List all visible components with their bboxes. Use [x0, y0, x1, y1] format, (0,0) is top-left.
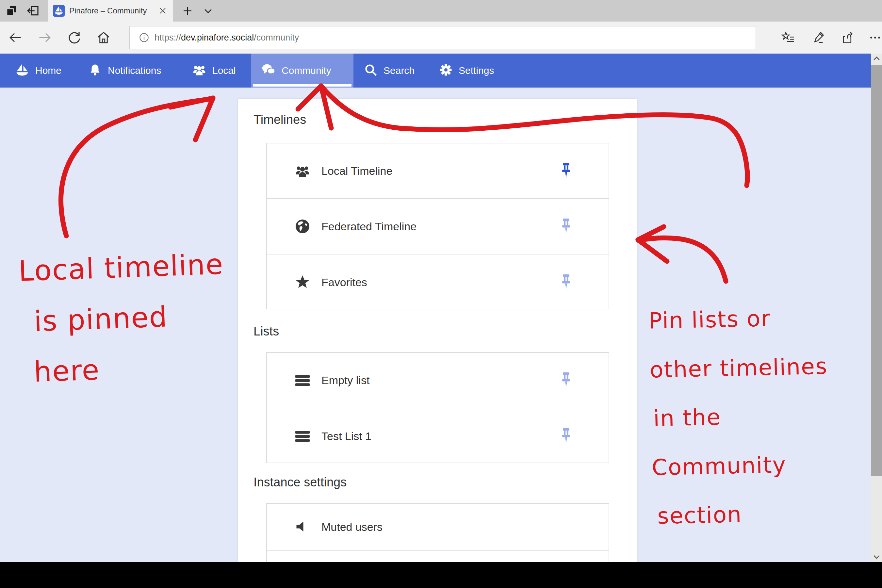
hub-favorites-icon[interactable]: [782, 31, 795, 44]
nav-item-notifications[interactable]: Notifications: [88, 54, 161, 87]
url-scheme: https://: [154, 33, 181, 42]
list-icon: [295, 428, 310, 444]
timelines-group: Local Timeline Federated Timeline Favori: [266, 143, 609, 309]
row-local-timeline[interactable]: Local Timeline: [267, 143, 609, 199]
gear-icon: [439, 63, 453, 78]
note-line: Local timeline: [18, 239, 224, 297]
sailboat-icon: [15, 63, 29, 78]
scrollbar[interactable]: [871, 54, 882, 562]
pinafore-nav-bar: Home Notifications Local Community Searc: [0, 54, 882, 87]
row-label: Local Timeline: [321, 143, 392, 198]
handwritten-note-left: Local timeline is pinned here: [18, 239, 228, 398]
lists-group: Empty list Test List 1: [266, 352, 609, 463]
section-heading-lists: Lists: [254, 324, 279, 338]
url-host: dev.pinafore.social: [181, 33, 254, 42]
forward-icon[interactable]: [38, 31, 52, 44]
nav-label: Settings: [459, 65, 494, 76]
row-federated-timeline[interactable]: Federated Timeline: [267, 199, 609, 255]
handwritten-note-right: Pin lists or other timelines in the Comm…: [648, 293, 831, 541]
pin-icon[interactable]: [561, 163, 571, 178]
row-label: Test List 1: [321, 408, 371, 464]
more-ellipsis-icon[interactable]: [868, 31, 882, 44]
share-icon[interactable]: [841, 31, 855, 44]
nav-item-local[interactable]: Local: [192, 54, 236, 87]
row-test-list-1[interactable]: Test List 1: [267, 408, 609, 464]
nav-item-search[interactable]: Search: [364, 54, 414, 87]
back-icon[interactable]: [9, 31, 22, 44]
nav-label: Community: [282, 65, 331, 76]
nav-item-settings[interactable]: Settings: [439, 54, 494, 87]
note-line: Community: [651, 440, 830, 492]
pin-icon[interactable]: [561, 219, 571, 234]
pin-icon[interactable]: [561, 428, 571, 444]
note-line: section: [657, 488, 831, 541]
note-line: here: [33, 340, 228, 397]
tab-close-icon[interactable]: [158, 6, 167, 15]
nav-label: Notifications: [108, 65, 161, 76]
browser-toolbar: https://dev.pinafore.social/community: [0, 21, 882, 54]
screen: Pinafore – Community htt: [0, 0, 882, 588]
list-icon: [295, 372, 310, 388]
row-label: Federated Timeline: [321, 199, 417, 254]
tab-title: Pinafore – Community: [69, 0, 147, 21]
row-partial-hidden[interactable]: [267, 551, 609, 562]
nav-label: Search: [384, 65, 414, 76]
scrollbar-up-icon[interactable]: [871, 54, 882, 64]
section-heading-timelines: Timelines: [254, 113, 306, 127]
row-empty-list[interactable]: Empty list: [267, 353, 609, 408]
pin-icon[interactable]: [561, 372, 571, 388]
set-tabs-aside-icon[interactable]: [27, 4, 39, 17]
pinafore-favicon-icon: [53, 5, 64, 16]
nav-item-home[interactable]: Home: [15, 54, 62, 87]
globe-icon: [295, 219, 310, 234]
web-notes-pen-icon[interactable]: [812, 31, 826, 44]
row-label: Empty list: [321, 353, 369, 408]
scrollbar-thumb[interactable]: [871, 65, 882, 476]
chat-bubbles-icon: [261, 63, 276, 78]
note-line: Pin lists or: [648, 293, 827, 345]
pin-icon[interactable]: [561, 274, 571, 290]
site-info-icon[interactable]: [139, 32, 149, 43]
new-tab-icon[interactable]: [182, 5, 194, 16]
browser-tab[interactable]: Pinafore – Community: [48, 0, 173, 21]
community-page-card: Timelines Local Timeline Federated Timel…: [238, 99, 637, 562]
instance-settings-group: Muted users: [266, 503, 609, 562]
address-bar[interactable]: https://dev.pinafore.social/community: [129, 26, 756, 50]
row-favorites[interactable]: Favorites: [267, 255, 609, 310]
home-icon[interactable]: [97, 31, 110, 44]
browser-tab-bar: Pinafore – Community: [0, 0, 882, 21]
note-line: is pinned: [33, 290, 226, 346]
nav-label: Local: [212, 65, 236, 76]
refresh-icon[interactable]: [67, 31, 81, 44]
url-text: https://dev.pinafore.social/community: [154, 27, 299, 49]
search-icon: [364, 63, 378, 78]
row-muted-users[interactable]: Muted users: [267, 504, 609, 551]
users-icon: [295, 163, 310, 178]
note-line: other timelines: [649, 342, 828, 394]
nav-label: Home: [35, 65, 62, 76]
section-heading-instance-settings: Instance settings: [254, 475, 346, 489]
tab-list-chevron-icon[interactable]: [202, 6, 214, 15]
scrollbar-down-icon[interactable]: [871, 551, 882, 562]
users-icon: [192, 63, 207, 78]
windows-taskbar: 10:40 PM 4/1/2018: [0, 562, 882, 588]
muted-speaker-icon: [295, 519, 310, 535]
row-label: Favorites: [321, 255, 367, 310]
url-path: /community: [254, 33, 299, 42]
tab-preview-icon[interactable]: [5, 4, 18, 17]
nav-item-community[interactable]: Community: [261, 54, 331, 87]
star-icon: [295, 274, 310, 290]
note-line: in the: [652, 391, 829, 443]
row-label: Muted users: [321, 504, 382, 550]
bell-icon: [88, 63, 102, 78]
